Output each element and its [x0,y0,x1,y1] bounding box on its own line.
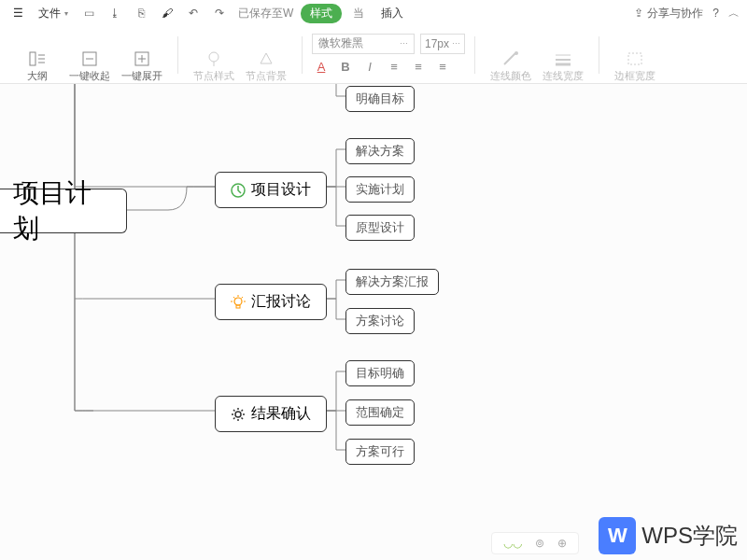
bold-button[interactable]: B [336,58,355,77]
zoom-icon[interactable]: ⊕ [557,537,567,550]
root-node[interactable]: 项目计划 [0,189,127,233]
undo-icon[interactable]: ↶ [182,2,204,24]
font-family-select[interactable]: 微软雅黑⋯ [312,34,415,54]
mindmap-canvas[interactable]: 项目计划 明确目标 项目设计 解决方案 实施计划 原型设计 汇报讨论 解决方案汇… [0,84,747,560]
compass-icon [231,183,246,198]
help-button[interactable]: ? [712,7,719,20]
collapse-icon [81,50,98,67]
align-center-button[interactable]: ≡ [409,58,428,77]
leaf-node[interactable]: 原型设计 [345,215,415,241]
svg-line-23 [242,297,244,299]
line-width-icon [554,50,572,67]
share-button[interactable]: ⇪分享与协作 [634,6,703,21]
leaf-node[interactable]: 方案讨论 [345,308,415,334]
menubar: ☰ 文件▾ ▭ ⭳ ⎘ 🖌 ↶ ↷ 已保存至W 样式 当 插入 ⇪分享与协作 ?… [0,0,747,26]
outline-button[interactable]: 大纲 [11,31,63,83]
italic-button[interactable]: I [360,58,379,77]
branch-node[interactable]: 汇报讨论 [215,284,327,320]
border-width-button: 边框宽度 [609,31,661,83]
redo-icon[interactable]: ↷ [208,2,231,24]
node-bg-button: 节点背景 [240,31,292,83]
svg-point-25 [235,412,241,417]
outline-icon [28,50,47,67]
file-menu[interactable]: 文件▾ [33,4,74,23]
branch-node[interactable]: 结果确认 [215,396,327,432]
font-size-select[interactable]: 17px⋯ [420,34,465,54]
svg-point-11 [514,51,518,55]
leaf-node[interactable]: 目标明确 [345,360,415,386]
gear-icon [231,407,246,422]
share-icon: ⇪ [634,7,643,20]
ribbon: 大纲 一键收起 一键展开 节点样式 节点背景 微软雅黑⋯ 17px⋯ A B I… [0,26,747,84]
export-icon[interactable]: ⎘ [130,2,152,24]
format-painter-icon[interactable]: 🖌 [156,2,178,24]
line-width-button: 连线宽度 [537,31,589,83]
balloon-icon [205,50,222,67]
align-left-button[interactable]: ≡ [385,58,403,77]
collapse-all-button[interactable]: 一键收起 [63,31,116,83]
svg-rect-0 [30,52,35,65]
svg-rect-24 [236,305,240,308]
bulb-icon [231,295,246,310]
collapse-ribbon-icon[interactable]: ︿ [728,6,740,21]
expand-all-button[interactable]: 一键展开 [116,31,168,83]
eye-icon[interactable]: ◡◡ [503,537,522,550]
line-color-button: 连线颜色 [485,31,537,83]
bottom-toolbar: ◡◡ ⊚ ⊕ [491,532,579,554]
svg-rect-15 [628,53,641,64]
leaf-node[interactable]: 解决方案 [345,138,415,164]
download-icon[interactable]: ⭳ [104,2,126,24]
font-color-button[interactable]: A [312,58,331,77]
save-status: 已保存至W [238,6,293,21]
svg-point-9 [209,52,218,62]
branch-node[interactable]: 项目设计 [215,172,327,208]
leaf-node[interactable]: 方案可行 [345,439,415,465]
leaf-node[interactable]: 范围确定 [345,399,415,426]
shape-icon [258,50,275,67]
expand-icon [134,50,150,67]
style-pill[interactable]: 样式 [301,4,342,23]
svg-point-18 [234,298,242,305]
insert-menu[interactable]: 插入 [375,4,409,23]
border-icon [626,50,644,67]
line-color-icon [501,50,520,67]
hamburger-icon[interactable]: ☰ [7,5,29,21]
leaf-node[interactable]: 解决方案汇报 [345,269,439,295]
node-style-button: 节点样式 [188,31,240,83]
svg-line-22 [233,297,235,299]
print-icon[interactable]: ▭ [78,2,100,24]
target-icon[interactable]: ⊚ [535,537,544,550]
doc-suffix: 当 [353,6,364,21]
chevron-down-icon: ▾ [64,9,68,18]
leaf-node[interactable]: 实施计划 [345,176,415,203]
font-group: 微软雅黑⋯ 17px⋯ A B I ≡ ≡ ≡ [306,30,471,80]
align-right-button[interactable]: ≡ [433,58,452,77]
leaf-node[interactable]: 明确目标 [345,86,415,112]
